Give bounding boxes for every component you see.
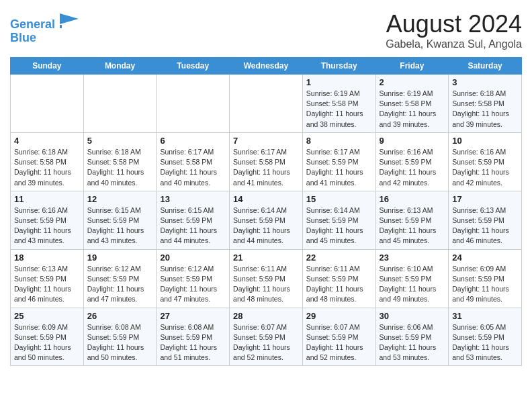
svg-rect-1	[60, 25, 62, 28]
logo: General Blue	[10, 13, 79, 45]
day-number: 11	[14, 194, 80, 204]
day-info: Sunrise: 6:16 AM Sunset: 5:59 PM Dayligh…	[452, 147, 518, 188]
calendar-cell: 12Sunrise: 6:15 AM Sunset: 5:59 PM Dayli…	[83, 191, 157, 249]
day-info: Sunrise: 6:10 AM Sunset: 5:59 PM Dayligh…	[380, 264, 445, 305]
day-header-wednesday: Wednesday	[230, 58, 303, 75]
day-info: Sunrise: 6:18 AM Sunset: 5:58 PM Dayligh…	[452, 89, 518, 130]
calendar-week-row: 18Sunrise: 6:13 AM Sunset: 5:59 PM Dayli…	[11, 249, 522, 308]
day-number: 1	[306, 77, 372, 87]
day-info: Sunrise: 6:09 AM Sunset: 5:59 PM Dayligh…	[452, 264, 518, 305]
calendar-cell: 1Sunrise: 6:19 AM Sunset: 5:58 PM Daylig…	[302, 75, 375, 133]
day-info: Sunrise: 6:14 AM Sunset: 5:59 PM Dayligh…	[233, 205, 299, 246]
calendar-cell: 8Sunrise: 6:17 AM Sunset: 5:59 PM Daylig…	[302, 132, 375, 191]
day-number: 19	[87, 253, 153, 263]
day-number: 20	[160, 253, 226, 263]
day-number: 30	[380, 311, 445, 321]
day-header-saturday: Saturday	[449, 58, 522, 75]
day-info: Sunrise: 6:08 AM Sunset: 5:59 PM Dayligh…	[87, 322, 153, 363]
day-header-thursday: Thursday	[302, 58, 375, 75]
day-number: 28	[233, 311, 299, 321]
day-number: 14	[233, 194, 299, 204]
day-info: Sunrise: 6:19 AM Sunset: 5:58 PM Dayligh…	[306, 89, 372, 130]
calendar-cell: 7Sunrise: 6:17 AM Sunset: 5:58 PM Daylig…	[230, 132, 303, 191]
day-info: Sunrise: 6:15 AM Sunset: 5:59 PM Dayligh…	[87, 205, 153, 246]
day-info: Sunrise: 6:18 AM Sunset: 5:58 PM Dayligh…	[14, 147, 80, 188]
day-info: Sunrise: 6:16 AM Sunset: 5:59 PM Dayligh…	[380, 147, 445, 188]
day-info: Sunrise: 6:17 AM Sunset: 5:58 PM Dayligh…	[160, 147, 226, 188]
title-block: August 2024 Gabela, Kwanza Sul, Angola	[386, 10, 522, 50]
calendar-week-row: 1Sunrise: 6:19 AM Sunset: 5:58 PM Daylig…	[11, 75, 522, 133]
calendar-cell: 6Sunrise: 6:17 AM Sunset: 5:58 PM Daylig…	[157, 132, 230, 191]
day-info: Sunrise: 6:07 AM Sunset: 5:59 PM Dayligh…	[306, 322, 372, 363]
calendar-cell: 19Sunrise: 6:12 AM Sunset: 5:59 PM Dayli…	[83, 249, 157, 308]
day-number: 25	[14, 311, 80, 321]
day-header-sunday: Sunday	[11, 58, 84, 75]
calendar-cell: 25Sunrise: 6:09 AM Sunset: 5:59 PM Dayli…	[11, 308, 84, 366]
calendar-cell	[83, 75, 157, 133]
calendar-cell: 21Sunrise: 6:11 AM Sunset: 5:59 PM Dayli…	[230, 249, 303, 308]
calendar-week-row: 4Sunrise: 6:18 AM Sunset: 5:58 PM Daylig…	[11, 132, 522, 191]
calendar-cell: 3Sunrise: 6:18 AM Sunset: 5:58 PM Daylig…	[449, 75, 522, 133]
calendar-week-row: 25Sunrise: 6:09 AM Sunset: 5:59 PM Dayli…	[11, 308, 522, 366]
calendar-cell	[230, 75, 303, 133]
day-number: 22	[306, 253, 372, 263]
day-info: Sunrise: 6:12 AM Sunset: 5:59 PM Dayligh…	[87, 264, 153, 305]
day-number: 8	[306, 136, 372, 146]
day-info: Sunrise: 6:13 AM Sunset: 5:59 PM Dayligh…	[14, 264, 80, 305]
calendar-cell: 23Sunrise: 6:10 AM Sunset: 5:59 PM Dayli…	[375, 249, 449, 308]
calendar-cell: 31Sunrise: 6:05 AM Sunset: 5:59 PM Dayli…	[449, 308, 522, 366]
day-number: 27	[160, 311, 226, 321]
calendar-cell: 4Sunrise: 6:18 AM Sunset: 5:58 PM Daylig…	[11, 132, 84, 191]
day-number: 24	[452, 253, 518, 263]
day-info: Sunrise: 6:18 AM Sunset: 5:58 PM Dayligh…	[87, 147, 153, 188]
day-info: Sunrise: 6:17 AM Sunset: 5:58 PM Dayligh…	[233, 147, 299, 188]
calendar-header-row: SundayMondayTuesdayWednesdayThursdayFrid…	[11, 58, 522, 75]
day-number: 3	[452, 77, 518, 87]
day-info: Sunrise: 6:06 AM Sunset: 5:59 PM Dayligh…	[380, 322, 445, 363]
day-info: Sunrise: 6:13 AM Sunset: 5:59 PM Dayligh…	[452, 205, 518, 246]
calendar-cell: 9Sunrise: 6:16 AM Sunset: 5:59 PM Daylig…	[375, 132, 449, 191]
day-info: Sunrise: 6:16 AM Sunset: 5:59 PM Dayligh…	[14, 205, 80, 246]
calendar-cell: 18Sunrise: 6:13 AM Sunset: 5:59 PM Dayli…	[11, 249, 84, 308]
day-info: Sunrise: 6:12 AM Sunset: 5:59 PM Dayligh…	[160, 264, 226, 305]
day-number: 31	[452, 311, 518, 321]
day-number: 15	[306, 194, 372, 204]
day-number: 12	[87, 194, 153, 204]
calendar-cell: 15Sunrise: 6:14 AM Sunset: 5:59 PM Dayli…	[302, 191, 375, 249]
calendar-cell: 20Sunrise: 6:12 AM Sunset: 5:59 PM Dayli…	[157, 249, 230, 308]
calendar-cell: 30Sunrise: 6:06 AM Sunset: 5:59 PM Dayli…	[375, 308, 449, 366]
day-info: Sunrise: 6:11 AM Sunset: 5:59 PM Dayligh…	[306, 264, 372, 305]
day-number: 17	[452, 194, 518, 204]
day-number: 5	[87, 136, 153, 146]
logo-flag-icon	[60, 13, 79, 28]
day-number: 7	[233, 136, 299, 146]
calendar-cell	[11, 75, 84, 133]
day-info: Sunrise: 6:14 AM Sunset: 5:59 PM Dayligh…	[306, 205, 372, 246]
calendar-cell: 28Sunrise: 6:07 AM Sunset: 5:59 PM Dayli…	[230, 308, 303, 366]
calendar-week-row: 11Sunrise: 6:16 AM Sunset: 5:59 PM Dayli…	[11, 191, 522, 249]
day-header-monday: Monday	[83, 58, 157, 75]
day-number: 2	[380, 77, 445, 87]
page-header: General Blue August 2024 Gabela, Kwanza …	[10, 10, 522, 50]
day-info: Sunrise: 6:05 AM Sunset: 5:59 PM Dayligh…	[452, 322, 518, 363]
day-number: 23	[380, 253, 445, 263]
day-number: 26	[87, 311, 153, 321]
svg-marker-0	[60, 13, 79, 24]
day-number: 9	[380, 136, 445, 146]
day-number: 4	[14, 136, 80, 146]
day-number: 6	[160, 136, 226, 146]
calendar-cell: 26Sunrise: 6:08 AM Sunset: 5:59 PM Dayli…	[83, 308, 157, 366]
day-header-tuesday: Tuesday	[157, 58, 230, 75]
month-title: August 2024	[386, 10, 522, 38]
day-info: Sunrise: 6:08 AM Sunset: 5:59 PM Dayligh…	[160, 322, 226, 363]
day-info: Sunrise: 6:13 AM Sunset: 5:59 PM Dayligh…	[380, 205, 445, 246]
day-info: Sunrise: 6:19 AM Sunset: 5:58 PM Dayligh…	[380, 89, 445, 130]
day-number: 29	[306, 311, 372, 321]
day-info: Sunrise: 6:17 AM Sunset: 5:59 PM Dayligh…	[306, 147, 372, 188]
day-info: Sunrise: 6:11 AM Sunset: 5:59 PM Dayligh…	[233, 264, 299, 305]
calendar-cell: 5Sunrise: 6:18 AM Sunset: 5:58 PM Daylig…	[83, 132, 157, 191]
calendar-cell: 2Sunrise: 6:19 AM Sunset: 5:58 PM Daylig…	[375, 75, 449, 133]
calendar-cell: 13Sunrise: 6:15 AM Sunset: 5:59 PM Dayli…	[157, 191, 230, 249]
day-number: 13	[160, 194, 226, 204]
calendar-cell: 22Sunrise: 6:11 AM Sunset: 5:59 PM Dayli…	[302, 249, 375, 308]
